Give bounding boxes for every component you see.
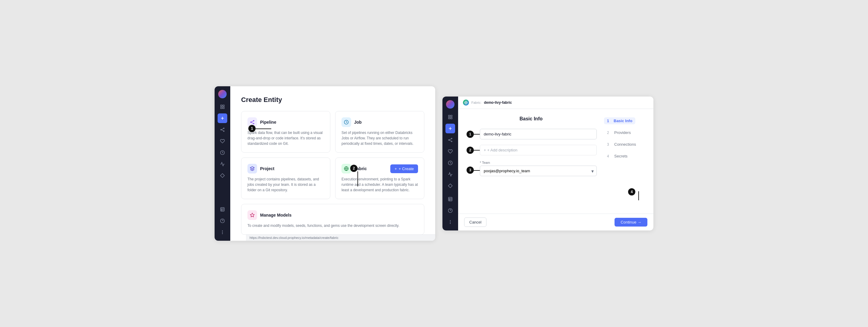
step-2-num: 2 (607, 130, 612, 135)
right-diamond-icon[interactable] (445, 181, 455, 191)
continue-button[interactable]: Continue → (615, 218, 647, 227)
description-placeholder[interactable]: + + Add description (480, 145, 597, 155)
step-2-label: Providers (614, 130, 631, 135)
sidebar-clock-icon[interactable] (218, 148, 227, 157)
svg-line-10 (221, 130, 224, 131)
svg-rect-32 (448, 115, 450, 117)
left-main-content: 1 Create Entity Pipeline Spark data flow… (230, 86, 435, 241)
right-nodes-icon[interactable] (445, 135, 455, 145)
svg-point-24 (253, 123, 254, 124)
topbar-category: Fabric: (471, 101, 482, 105)
project-header: Project (247, 164, 324, 174)
entity-card-pipeline[interactable]: Pipeline Spark data flow, that can be bu… (241, 111, 330, 153)
annotation-r3: 3 (467, 167, 474, 174)
svg-point-23 (253, 120, 254, 121)
svg-rect-3 (223, 107, 224, 109)
right-more-icon[interactable] (445, 217, 455, 227)
entity-card-job[interactable]: Job Set of pipelines running on either D… (335, 111, 424, 153)
svg-line-41 (450, 139, 452, 140)
svg-line-25 (251, 121, 253, 122)
entity-card-fabric[interactable]: Fabric + + Create Execution environment,… (335, 157, 424, 199)
job-icon (341, 117, 351, 127)
url-bar: https://hsbctest.dev.cloud.prophecy.io/m… (246, 234, 435, 241)
annotation-2: 2 (350, 165, 358, 172)
fabric-desc: Execution environment, pointing to a Spa… (341, 176, 418, 193)
team-select-wrapper: poojas@prophecy.io_team ▾ (480, 166, 597, 176)
left-panel: 1 Create Entity Pipeline Spark data flow… (215, 86, 435, 241)
svg-point-40 (451, 141, 452, 142)
pipeline-header: Pipeline (247, 117, 324, 127)
svg-rect-34 (448, 117, 450, 119)
form-title: Basic Info (465, 116, 597, 122)
create-fabric-button[interactable]: + + Create (390, 165, 418, 173)
right-help-icon[interactable] (445, 206, 455, 215)
svg-rect-13 (221, 208, 224, 211)
footer-bar: Cancel Continue → (458, 214, 653, 231)
entity-card-project[interactable]: Project The project contains pipelines, … (241, 157, 330, 199)
svg-marker-31 (250, 213, 254, 217)
step-secrets[interactable]: 4 Secrets (604, 153, 646, 159)
fabric-name-input[interactable] (480, 129, 597, 139)
page-title: Create Entity (241, 96, 424, 104)
right-sidebar (442, 96, 458, 231)
right-topbar: Fabric: demo-livy-fabric (458, 96, 653, 109)
team-label: * Team (480, 161, 597, 165)
svg-rect-35 (451, 117, 452, 119)
cancel-button[interactable]: Cancel (464, 217, 487, 227)
sidebar-nodes-icon[interactable] (218, 125, 227, 135)
topbar-value: demo-livy-fabric (484, 100, 512, 105)
create-plus-icon: + (395, 167, 397, 171)
sidebar-diamond-icon[interactable] (218, 171, 227, 180)
entity-card-manage-models[interactable]: Manage Models To create and modify model… (241, 204, 424, 235)
sidebar-table-icon[interactable] (218, 205, 227, 214)
project-icon (247, 164, 257, 174)
right-body: Basic Info 1 2 + + Add description (458, 109, 653, 214)
svg-point-39 (451, 138, 452, 139)
annotation-r2: 2 (467, 147, 474, 154)
job-title: Job (354, 120, 362, 125)
annotation-1-arrow (255, 128, 271, 129)
sidebar-help-icon[interactable] (218, 216, 227, 226)
right-table-icon[interactable] (445, 194, 455, 204)
step-connections[interactable]: 3 Connections (604, 141, 646, 148)
right-activity-icon[interactable] (445, 170, 455, 179)
sidebar-favorite-icon[interactable] (218, 136, 227, 146)
models-header: Manage Models (247, 210, 418, 220)
svg-marker-28 (250, 167, 254, 169)
annotation-r4-arrow (638, 191, 639, 200)
sidebar-files-icon[interactable] (218, 102, 227, 112)
project-desc: The project contains pipelines, datasets… (247, 176, 324, 193)
logo (218, 90, 227, 98)
svg-point-38 (448, 140, 450, 141)
job-desc: Set of pipelines running on either Datab… (341, 130, 418, 146)
svg-rect-1 (223, 105, 224, 107)
svg-marker-12 (220, 174, 224, 177)
annotation-2-arrow (358, 171, 358, 186)
models-icon (247, 210, 257, 220)
right-create-icon[interactable] (445, 124, 455, 133)
step-3-label: Connections (614, 142, 636, 147)
right-clock-icon[interactable] (445, 158, 455, 168)
description-field: 2 + + Add description (480, 145, 597, 155)
create-entity-icon[interactable] (218, 113, 227, 123)
fabric-icon (341, 164, 351, 174)
step-basic-info[interactable]: 1 Basic Info (604, 117, 646, 124)
annotation-r4: 4 (628, 188, 635, 196)
annotation-r1-arrow (474, 134, 480, 135)
right-sidebar-files-icon[interactable] (445, 112, 455, 122)
svg-point-6 (221, 129, 221, 130)
annotation-1: 1 (248, 125, 255, 132)
job-header: Job (341, 117, 418, 127)
fabric-globe-icon (463, 99, 469, 106)
svg-point-7 (223, 128, 224, 129)
svg-rect-33 (451, 115, 452, 117)
step-providers[interactable]: 2 Providers (604, 129, 646, 136)
right-favorite-icon[interactable] (445, 147, 455, 156)
sidebar-activity-icon[interactable] (218, 159, 227, 169)
step-3-num: 3 (607, 142, 612, 147)
sidebar-more-icon[interactable] (218, 228, 227, 237)
step-1-label: Basic Info (614, 119, 632, 123)
steps-sidebar: 1 Basic Info 2 Providers 3 Connections 4… (604, 116, 646, 206)
team-select[interactable]: poojas@prophecy.io_team (480, 166, 597, 176)
annotation-r1: 1 (467, 130, 474, 138)
